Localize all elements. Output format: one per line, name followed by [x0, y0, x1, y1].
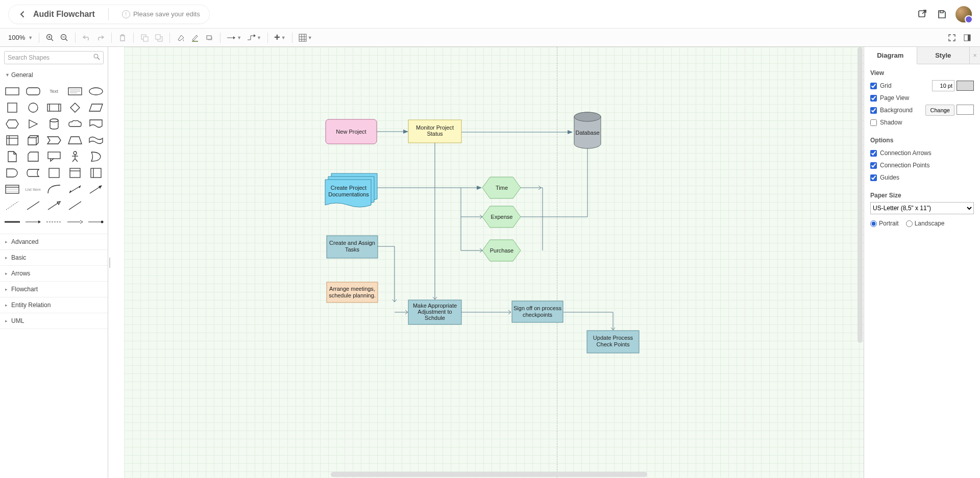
shape-rect[interactable] — [4, 86, 20, 97]
shape-link5[interactable] — [88, 216, 104, 228]
node-monitor[interactable]: Monitor ProjectStatus — [408, 120, 461, 143]
shape-link2[interactable] — [25, 216, 41, 228]
node-arrange[interactable]: Arrange meetings, schedule planning. — [327, 282, 378, 303]
change-bg-button[interactable]: Change — [925, 105, 954, 116]
node-signoff[interactable]: Sign off on process checkpoints — [512, 301, 563, 322]
delete-button[interactable] — [116, 31, 129, 44]
shape-parallelogram[interactable] — [88, 102, 104, 113]
connection-dropdown[interactable]: ▼ — [225, 31, 243, 44]
back-button[interactable] — [18, 10, 27, 19]
shape-hcontainer[interactable] — [67, 167, 83, 179]
shape-arrow[interactable] — [88, 184, 104, 195]
guides-checkbox[interactable] — [870, 174, 877, 181]
shadow-checkbox[interactable] — [870, 119, 877, 126]
shape-cube[interactable] — [25, 135, 41, 146]
insert-button[interactable]: +▼ — [272, 31, 288, 44]
shape-triangle[interactable] — [25, 118, 41, 130]
shape-dashed[interactable] — [4, 200, 20, 211]
shape-link1[interactable] — [4, 216, 20, 228]
shape-square[interactable] — [4, 102, 20, 113]
shape-internal[interactable] — [4, 135, 20, 146]
shape-biarrow[interactable] — [67, 184, 83, 195]
shape-actor[interactable] — [67, 151, 83, 162]
node-adjust[interactable]: Make Appropriate Adjustment to Schdule — [408, 300, 461, 324]
shape-datastore[interactable] — [25, 167, 41, 179]
shape-list[interactable] — [4, 184, 20, 195]
grid-size-input[interactable] — [932, 80, 954, 91]
redo-button[interactable] — [94, 31, 107, 44]
node-new-project[interactable]: New Project — [326, 119, 377, 144]
shape-vcontainer[interactable] — [88, 167, 104, 179]
line-color-button[interactable] — [188, 31, 202, 44]
shape-circle[interactable] — [25, 102, 41, 113]
category-entity[interactable]: ▸Entity Relation — [0, 297, 108, 313]
category-advanced[interactable]: ▸Advanced — [0, 234, 108, 250]
zoom-in-button[interactable] — [43, 31, 57, 44]
canvas[interactable]: New Project Monitor ProjectStatus Databa… — [111, 47, 864, 478]
scrollbar-horizontal[interactable] — [331, 472, 647, 477]
node-purchase[interactable]: Purchase — [482, 240, 521, 261]
close-panel-button[interactable]: × — [970, 47, 980, 64]
shape-line-arrow[interactable] — [46, 200, 62, 211]
save-button[interactable] — [936, 9, 947, 20]
shape-document[interactable] — [88, 118, 104, 130]
pageview-checkbox[interactable] — [870, 95, 877, 102]
shape-curve[interactable] — [46, 184, 62, 195]
shape-process[interactable] — [46, 102, 62, 113]
shape-step[interactable] — [46, 135, 62, 146]
user-avatar[interactable] — [955, 6, 972, 22]
node-create-docs[interactable]: Create Project Documentations — [325, 173, 377, 207]
node-update[interactable]: Update Process Check Points — [587, 331, 639, 353]
zoom-out-button[interactable] — [58, 31, 71, 44]
category-uml[interactable]: ▸UML — [0, 313, 108, 329]
format-panel-toggle[interactable] — [961, 31, 974, 44]
bg-color-swatch[interactable] — [957, 105, 974, 115]
tab-diagram[interactable]: Diagram — [864, 47, 917, 64]
node-expense[interactable]: Expense — [482, 206, 521, 228]
shape-rounded[interactable] — [25, 86, 41, 97]
shape-textbox[interactable] — [67, 86, 83, 97]
shape-or[interactable] — [88, 151, 104, 162]
conn-points-checkbox[interactable] — [870, 162, 877, 169]
grid-checkbox[interactable] — [870, 83, 877, 89]
shape-text[interactable]: Text — [46, 86, 62, 97]
category-basic[interactable]: ▸Basic — [0, 250, 108, 266]
shape-cloud[interactable] — [67, 118, 83, 130]
node-create-tasks[interactable]: Create and Assign Tasks — [327, 236, 378, 258]
to-back-button[interactable] — [152, 31, 165, 44]
grid-color-swatch[interactable] — [957, 81, 974, 91]
node-database[interactable]: Database — [574, 112, 601, 148]
node-time[interactable]: Time — [482, 177, 521, 198]
category-general[interactable]: ▼General Text — [0, 67, 108, 234]
waypoint-dropdown[interactable]: ▼ — [244, 31, 263, 44]
shape-hexagon[interactable] — [4, 118, 20, 130]
tab-style[interactable]: Style — [917, 47, 970, 64]
shape-link3[interactable] — [46, 216, 62, 228]
shape-link4[interactable] — [67, 216, 83, 228]
fill-color-button[interactable] — [174, 31, 187, 44]
shape-trapezoid[interactable] — [67, 135, 83, 146]
portrait-radio[interactable] — [870, 220, 877, 227]
paper-size-select[interactable]: US-Letter (8,5" x 11") — [870, 202, 974, 214]
shape-and[interactable] — [4, 167, 20, 179]
category-flowchart[interactable]: ▸Flowchart — [0, 282, 108, 297]
conn-arrows-checkbox[interactable] — [870, 150, 877, 157]
shape-line2[interactable] — [67, 200, 83, 211]
share-button[interactable] — [917, 9, 928, 20]
undo-button[interactable] — [80, 31, 93, 44]
landscape-radio[interactable] — [906, 220, 913, 227]
shape-listitem[interactable]: List Item — [25, 184, 41, 195]
to-front-button[interactable] — [138, 31, 151, 44]
table-button[interactable]: ▼ — [297, 31, 314, 44]
category-arrows[interactable]: ▸Arrows — [0, 266, 108, 282]
shape-cylinder[interactable] — [46, 118, 62, 130]
zoom-dropdown[interactable]: 100%▼ — [6, 31, 35, 44]
shape-line1[interactable] — [25, 200, 41, 211]
shape-ellipse[interactable] — [88, 86, 104, 97]
fullscreen-button[interactable] — [945, 31, 959, 44]
shape-tape[interactable] — [88, 135, 104, 146]
search-shapes-input[interactable]: Search Shapes — [4, 51, 104, 64]
shadow-button[interactable] — [203, 31, 216, 44]
scrollbar-vertical[interactable] — [857, 47, 863, 343]
shape-callout[interactable] — [46, 151, 62, 162]
